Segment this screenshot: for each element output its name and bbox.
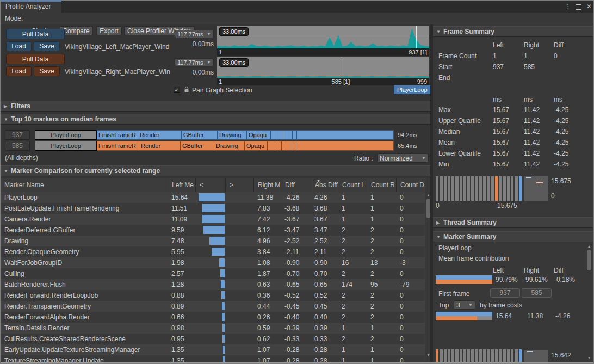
marker-segment[interactable] bbox=[297, 130, 394, 140]
table-row[interactable]: Drawing7.484.96-2.522.52220 bbox=[1, 236, 425, 246]
pull-data-right-button[interactable]: Pull Data bbox=[6, 54, 65, 64]
histogram-bin bbox=[519, 176, 522, 201]
frame-summary-foldout[interactable]: ▼Frame Summary bbox=[433, 26, 593, 37]
marker-segment-opaqu[interactable]: Opaqu bbox=[245, 141, 268, 151]
column-header-right-m[interactable]: Right M bbox=[253, 178, 281, 192]
threshold-line bbox=[217, 35, 429, 35]
marker-segment[interactable] bbox=[275, 141, 282, 151]
marker-summary-foldout[interactable]: ▼Marker Summary bbox=[433, 231, 593, 242]
range-left-dropdown[interactable]: 117.77ms▼ bbox=[175, 30, 214, 38]
value-cell bbox=[195, 214, 225, 225]
table-row[interactable]: PostLateUpdate.FinishFrameRendering11.51… bbox=[1, 203, 425, 214]
column-header-left-me[interactable]: Left Me bbox=[168, 178, 195, 192]
scroll-down-arrow[interactable]: ▼ bbox=[586, 356, 592, 360]
load-right-button[interactable]: Load bbox=[6, 66, 32, 76]
range-right-dropdown[interactable]: 117.77ms▼ bbox=[175, 58, 214, 66]
column-header-marker-name[interactable]: Marker Name bbox=[1, 178, 168, 192]
marker-segment-finishframer[interactable]: FinishFrameR bbox=[97, 130, 138, 140]
table-row[interactable]: RenderForward.RenderLoopJob0.880.36-0.52… bbox=[1, 290, 425, 301]
table-row[interactable]: WaitForJobGroupID1.981.08-0.900.901613-3 bbox=[1, 257, 425, 268]
top-n-dropdown[interactable]: 3▼ bbox=[454, 300, 475, 310]
marker-summary-boxplot[interactable] bbox=[524, 350, 548, 362]
table-row[interactable]: Render.TransparentGeometry0.890.44-0.450… bbox=[1, 301, 425, 312]
selected-marker-chip[interactable]: PlayerLoop bbox=[394, 85, 431, 94]
marker-segment-gbuffer[interactable]: GBuffer bbox=[182, 130, 218, 140]
first-frame-left-button[interactable]: 937 bbox=[490, 288, 520, 298]
horizontal-scrollbar[interactable] bbox=[1, 362, 593, 363]
marker-segment-gbuffer[interactable]: GBuffer bbox=[181, 141, 214, 151]
marker-segment[interactable] bbox=[282, 141, 287, 151]
value-cell bbox=[225, 257, 253, 268]
table-row[interactable]: Camera.Render11.097.42-3.673.67110 bbox=[1, 214, 425, 225]
marker-segment[interactable] bbox=[268, 141, 275, 151]
save-left-button[interactable]: Save bbox=[34, 41, 60, 51]
marker-segment-drawing[interactable]: Drawing bbox=[214, 141, 245, 151]
table-row[interactable]: BatchRenderer.Flush1.280.63-0.650.651749… bbox=[1, 279, 425, 290]
filters-foldout[interactable]: ▶Filters bbox=[1, 101, 430, 112]
frame-summary-histogram[interactable] bbox=[436, 176, 522, 201]
right-panel-scrollbar[interactable]: ▲ ▼ bbox=[586, 243, 592, 363]
marker-segment-render[interactable]: Render bbox=[139, 141, 181, 151]
marker-segment-playerloop[interactable]: PlayerLoop bbox=[35, 130, 97, 140]
save-right-button[interactable]: Save bbox=[34, 66, 60, 76]
pair-graph-selection-checkbox[interactable]: ✓ bbox=[174, 87, 180, 93]
pull-data-left-button[interactable]: Pull Data bbox=[6, 29, 65, 39]
threshold-badge-right: 33.00ms bbox=[219, 58, 249, 67]
marker-segment[interactable] bbox=[271, 130, 277, 140]
table-row[interactable]: Terrain.Details.Render0.980.59-0.390.391… bbox=[1, 323, 425, 334]
tab-label: Profile Analyzer bbox=[5, 3, 51, 10]
marker-segment-drawing[interactable]: Drawing bbox=[218, 130, 247, 140]
top10-foldout[interactable]: ▼Top 10 markers on median frames bbox=[1, 114, 430, 125]
marker-segment-finishframer[interactable]: FinishFrameR bbox=[97, 141, 139, 151]
value-cell: -0.39 bbox=[281, 323, 311, 334]
marker-segment[interactable] bbox=[292, 141, 296, 151]
marker-summary-histogram[interactable] bbox=[436, 349, 522, 362]
tab-profile-analyzer[interactable]: Profile Analyzer bbox=[1, 1, 61, 13]
scrollbar-thumb[interactable] bbox=[426, 199, 430, 218]
column-header-diff[interactable]: Diff bbox=[281, 178, 311, 192]
frame-graph-left[interactable]: 33.00ms bbox=[217, 26, 429, 48]
ratio-dropdown[interactable]: Normalized▼ bbox=[377, 153, 429, 163]
column-header--[interactable]: < bbox=[195, 178, 225, 192]
marker-segment-opaqu[interactable]: Opaqu bbox=[247, 130, 271, 140]
table-row[interactable]: PlayerLoop15.6411.38-4.264.26110 bbox=[1, 192, 425, 203]
table-row[interactable]: Culling2.571.87-0.700.70220 bbox=[1, 268, 425, 279]
column-header-count-d[interactable]: Count D bbox=[396, 178, 425, 192]
frame-index-button[interactable]: 937 bbox=[5, 130, 30, 140]
frame-index-button[interactable]: 585 bbox=[5, 141, 30, 151]
marker-segment[interactable] bbox=[288, 130, 293, 140]
frame-summary-boxplot[interactable] bbox=[524, 176, 548, 201]
table-row[interactable]: RenderForwardAlpha.Render0.660.26-0.400.… bbox=[1, 312, 425, 323]
column-header-abs-diff[interactable]: Abs Diff▼ bbox=[311, 178, 338, 192]
marker-segment-render[interactable]: Render bbox=[138, 130, 182, 140]
close-icon[interactable]: ✕ bbox=[584, 2, 594, 11]
table-row[interactable]: EarlyUpdate.UpdateTextureStreamingManage… bbox=[1, 344, 425, 355]
marker-segment[interactable] bbox=[296, 141, 394, 151]
marker-segment-playerloop[interactable]: PlayerLoop bbox=[35, 141, 97, 151]
table-row[interactable]: RenderDeferred.GBuffer9.596.12-3.473.472… bbox=[1, 225, 425, 236]
column-header-count-r[interactable]: Count R bbox=[367, 178, 396, 192]
value-cell: 3.67 bbox=[311, 214, 338, 225]
value-cell bbox=[195, 246, 225, 257]
marker-segment[interactable] bbox=[293, 130, 297, 140]
scrollbar-thumb[interactable] bbox=[587, 250, 591, 270]
table-row[interactable]: CullResults.CreateSharedRendererScene0.9… bbox=[1, 334, 425, 344]
first-frame-right-button[interactable]: 585 bbox=[522, 288, 552, 298]
thread-summary-foldout[interactable]: ▶Thread Summary bbox=[433, 217, 593, 228]
scroll-up-arrow[interactable]: ▲ bbox=[586, 244, 592, 248]
marker-segment[interactable] bbox=[287, 141, 292, 151]
marker-comparison-foldout[interactable]: ▼Marker Comparison for currently selecte… bbox=[1, 165, 430, 176]
marker-segment[interactable] bbox=[283, 130, 288, 140]
export-button[interactable]: Export bbox=[96, 26, 122, 35]
frame-graph-right[interactable]: 33.00ms bbox=[217, 57, 429, 78]
maximize-icon[interactable] bbox=[576, 4, 581, 10]
load-left-button[interactable]: Load bbox=[6, 41, 32, 51]
table-row[interactable]: Render.OpaqueGeometry5.953.84-2.112.1122… bbox=[1, 246, 425, 257]
histogram-bin bbox=[503, 349, 506, 362]
marker-segment[interactable] bbox=[277, 130, 283, 140]
column-header-count-l[interactable]: Count L bbox=[338, 178, 367, 192]
column-header--[interactable]: > bbox=[225, 178, 253, 192]
top-costs-left: 15.64 bbox=[496, 311, 512, 322]
value-cell bbox=[225, 225, 253, 236]
kebab-menu-icon[interactable]: ⋮ bbox=[562, 2, 572, 11]
